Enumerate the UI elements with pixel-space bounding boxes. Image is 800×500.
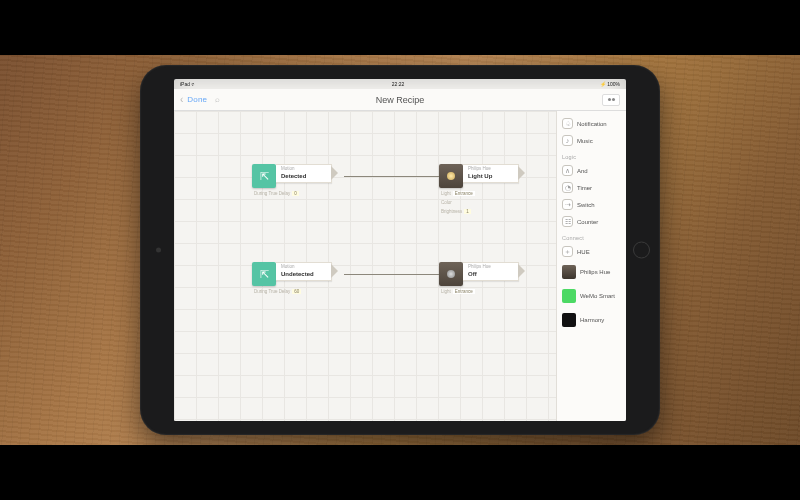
sidebar-item-label: Notification — [577, 121, 607, 127]
node-type: Motion — [281, 167, 326, 172]
node-state: Detected — [281, 173, 326, 179]
sidebar-header: Logic — [562, 154, 621, 160]
node-type: Philips Hue — [468, 167, 513, 172]
node-state: Light Up — [468, 173, 513, 179]
recipe-canvas[interactable]: ⇱ Motion Detected During True Delay0 — [174, 111, 556, 421]
switch-icon: ⇢ — [562, 199, 573, 210]
node-meta[interactable]: During True Delay0 — [254, 191, 299, 196]
trigger-node-detected[interactable]: ⇱ Motion Detected — [252, 164, 332, 188]
status-time: 22:22 — [392, 81, 405, 87]
menu-button[interactable] — [602, 94, 620, 106]
sidebar-item-switch[interactable]: ⇢ Switch — [562, 196, 621, 213]
bell-icon: ♤ — [562, 118, 573, 129]
timer-icon: ◔ — [562, 182, 573, 193]
motion-icon: ⇱ — [252, 164, 276, 188]
done-button[interactable]: Done — [187, 95, 207, 104]
back-button[interactable]: ‹ — [180, 94, 183, 105]
status-bar: iPad ᯤ 22:22 ⚡ 100% — [174, 79, 626, 89]
trigger-node-undetected[interactable]: ⇱ Motion Undetected — [252, 262, 332, 286]
action-node-off[interactable]: Philips Hue Off — [439, 262, 519, 286]
app-screen: iPad ᯤ 22:22 ⚡ 100% ‹ Done ⌕ New Recipe — [174, 79, 626, 421]
node-meta[interactable]: LightEntrance — [441, 191, 475, 196]
node-meta[interactable]: Brightness1 — [441, 209, 471, 214]
sidebar-item-label: HUE — [577, 249, 590, 255]
node-meta[interactable]: Color — [441, 200, 458, 205]
node-meta[interactable]: During True Delay60 — [254, 289, 301, 294]
status-right: ⚡ 100% — [600, 81, 620, 87]
sidebar-item-counter[interactable]: ☷ Counter — [562, 213, 621, 230]
node-state: Off — [468, 271, 513, 277]
sidebar-item-label: Music — [577, 138, 593, 144]
sidebar-item-hue[interactable]: ＋ HUE — [562, 243, 621, 260]
action-node-lightup[interactable]: Philips Hue Light Up — [439, 164, 519, 188]
connection-wire — [344, 176, 442, 177]
sidebar-item-label: And — [577, 168, 588, 174]
plus-icon: ＋ — [562, 246, 573, 257]
sidebar-connect-wemo[interactable]: WeMo Smart — [562, 284, 621, 308]
hue-icon — [439, 164, 463, 188]
home-button[interactable] — [633, 242, 650, 259]
sidebar-item-label: Counter — [577, 219, 598, 225]
sidebar-item-notification[interactable]: ♤ Notification — [562, 115, 621, 132]
sidebar-item-music[interactable]: ♪ Music — [562, 132, 621, 149]
node-type: Motion — [281, 265, 326, 270]
sidebar-header: Connect — [562, 235, 621, 241]
counter-icon: ☷ — [562, 216, 573, 227]
sidebar-item-label: Harmony — [580, 317, 604, 323]
sidebar-item-label: Timer — [577, 185, 592, 191]
node-meta[interactable]: LightEntrance — [441, 289, 475, 294]
status-left: iPad ᯤ — [180, 81, 196, 87]
sidebar-connect-harmony[interactable]: Harmony — [562, 308, 621, 332]
sidebar-item-and[interactable]: ∧ And — [562, 162, 621, 179]
hue-icon — [439, 262, 463, 286]
sidebar-item-label: Switch — [577, 202, 595, 208]
component-sidebar[interactable]: ♤ Notification ♪ Music Logic ∧ And — [556, 111, 626, 421]
sidebar-item-timer[interactable]: ◔ Timer — [562, 179, 621, 196]
connection-wire — [344, 274, 442, 275]
sidebar-item-label: Philips Hue — [580, 269, 610, 275]
search-icon[interactable]: ⌕ — [215, 95, 220, 104]
node-state: Undetected — [281, 271, 326, 277]
node-type: Philips Hue — [468, 265, 513, 270]
music-icon: ♪ — [562, 135, 573, 146]
motion-icon: ⇱ — [252, 262, 276, 286]
ipad-device: iPad ᯤ 22:22 ⚡ 100% ‹ Done ⌕ New Recipe — [140, 65, 660, 435]
and-icon: ∧ — [562, 165, 573, 176]
nav-bar: ‹ Done ⌕ New Recipe — [174, 89, 626, 111]
sidebar-item-label: WeMo Smart — [580, 293, 615, 299]
page-title: New Recipe — [174, 95, 626, 105]
sidebar-connect-hue[interactable]: Philips Hue — [562, 260, 621, 284]
